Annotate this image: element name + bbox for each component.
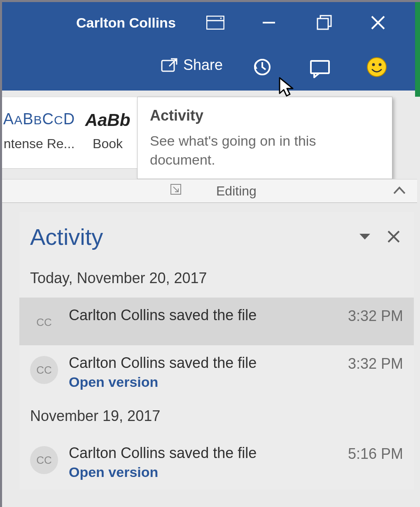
collapse-ribbon-button[interactable] (392, 185, 406, 196)
history-icon (251, 56, 272, 78)
minimize-button[interactable] (245, 2, 292, 43)
activity-item-body: Carlton Collins saved the file Open vers… (69, 354, 337, 390)
feedback-button[interactable] (364, 55, 389, 79)
svg-point-16 (379, 63, 382, 66)
style-label: ntense Re... (2, 136, 76, 151)
dialog-launcher-button[interactable] (170, 184, 182, 195)
ribbon-display-icon (206, 16, 224, 30)
tooltip-body: See what's going on in this document. (150, 132, 380, 170)
ribbon-display-options-button[interactable] (191, 2, 239, 43)
close-icon (370, 14, 386, 31)
tooltip-title: Activity (150, 107, 380, 124)
activity-item-body: Carlton Collins saved the file Open vers… (69, 444, 337, 480)
activity-button[interactable] (249, 55, 274, 79)
svg-rect-8 (162, 60, 174, 71)
svg-point-15 (372, 63, 375, 66)
activity-date-heading: Today, November 20, 2017 (30, 270, 414, 287)
avatar: CC (30, 446, 58, 474)
ribbon-group-row: Editing (2, 179, 417, 203)
activity-tooltip: Activity See what's going on in this doc… (137, 97, 392, 179)
restore-icon (316, 14, 333, 31)
activity-item[interactable]: CC Carlton Collins saved the file Open v… (19, 345, 414, 399)
close-button[interactable] (354, 2, 401, 43)
svg-marker-2 (220, 18, 222, 19)
open-version-link[interactable]: Open version (69, 374, 337, 390)
svg-marker-13 (314, 73, 319, 77)
comments-button[interactable] (308, 56, 332, 81)
activity-item[interactable]: CC Carlton Collins saved the file 3:32 P… (19, 298, 414, 345)
activity-item-body: Carlton Collins saved the file (69, 307, 337, 324)
editing-group-label[interactable]: Editing (216, 184, 257, 199)
activity-text: Carlton Collins saved the file (69, 354, 337, 372)
share-button[interactable]: Share (160, 56, 223, 74)
avatar: CC (30, 356, 58, 384)
dropdown-icon (358, 232, 372, 241)
svg-marker-19 (359, 234, 370, 240)
activity-time: 3:32 PM (348, 355, 403, 372)
chevron-up-icon (392, 185, 406, 196)
ribbon-command-area: Share (2, 43, 420, 91)
activity-text: Carlton Collins saved the file (69, 307, 337, 324)
right-accent-strip (415, 2, 420, 97)
open-version-link[interactable]: Open version (69, 464, 337, 480)
style-label: Book (78, 136, 137, 151)
activity-time: 3:32 PM (348, 307, 403, 325)
styles-gallery: AABBCCD ntense Re... AaBb Book (2, 97, 137, 169)
dialog-launcher-icon (170, 184, 182, 195)
share-label: Share (183, 56, 223, 74)
share-icon (160, 56, 177, 74)
smiley-icon (366, 57, 387, 77)
style-intense-reference[interactable]: AABBCCD ntense Re... (2, 97, 76, 169)
svg-rect-12 (311, 61, 329, 73)
comment-icon (309, 59, 331, 78)
activity-pane: Activity Today, November 20, 2017 CC Car… (19, 212, 414, 489)
svg-rect-5 (317, 19, 328, 29)
svg-point-14 (367, 58, 386, 77)
pane-options-button[interactable] (350, 222, 379, 251)
style-sample: AABBCCD (2, 97, 76, 136)
avatar: CC (30, 308, 58, 336)
activity-date-heading: November 19, 2017 (30, 407, 414, 425)
restore-button[interactable] (301, 2, 348, 43)
titlebar: Carlton Collins (2, 2, 420, 43)
activity-text: Carlton Collins saved the file (69, 444, 337, 462)
word-window-fragment: Carlton Collins (0, 0, 420, 507)
activity-pane-header: Activity (19, 212, 414, 261)
close-icon (387, 230, 401, 244)
style-book-title[interactable]: AaBb Book (78, 97, 137, 169)
activity-time: 5:16 PM (348, 445, 403, 463)
pane-close-button[interactable] (379, 222, 408, 251)
activity-pane-title: Activity (30, 223, 350, 250)
activity-item[interactable]: CC Carlton Collins saved the file Open v… (19, 435, 414, 489)
minimize-icon (261, 15, 277, 30)
style-sample: AaBb (78, 97, 137, 136)
account-name[interactable]: Carlton Collins (76, 15, 176, 31)
